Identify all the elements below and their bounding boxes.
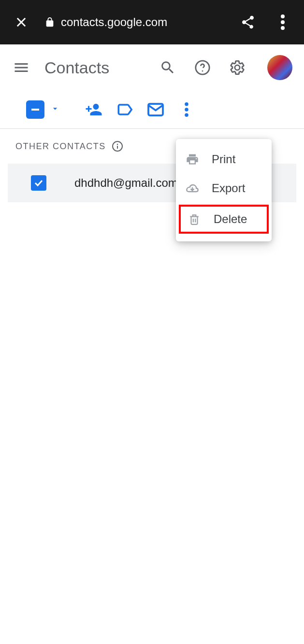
svg-point-2 — [281, 26, 285, 30]
menu-item-label: Delete — [214, 212, 247, 226]
menu-item-label: Print — [212, 153, 235, 166]
add-contact-button[interactable] — [85, 101, 102, 118]
share-icon — [240, 14, 256, 30]
avatar[interactable] — [267, 55, 292, 80]
more-vert-icon — [185, 102, 188, 117]
url-bar[interactable]: contacts.google.com — [44, 15, 240, 29]
app-header: Contacts — [0, 44, 304, 91]
url-text: contacts.google.com — [61, 15, 167, 29]
minus-icon — [31, 109, 39, 111]
header-actions — [159, 55, 292, 80]
svg-rect-8 — [117, 146, 118, 149]
email-button[interactable] — [147, 101, 164, 118]
svg-point-0 — [281, 14, 285, 18]
select-dropdown-button[interactable] — [50, 104, 60, 115]
gear-icon — [229, 59, 246, 76]
label-button[interactable] — [116, 101, 133, 118]
export-icon — [186, 182, 199, 195]
check-icon — [33, 177, 44, 189]
print-icon — [186, 153, 199, 166]
svg-point-3 — [185, 102, 188, 106]
svg-point-5 — [185, 113, 188, 117]
person-add-icon — [85, 101, 102, 118]
select-all-button[interactable] — [26, 100, 44, 119]
delete-icon — [188, 212, 201, 226]
menu-item-print[interactable]: Print — [176, 145, 272, 174]
menu-button[interactable] — [12, 58, 31, 77]
help-button[interactable] — [194, 59, 211, 76]
menu-item-delete[interactable]: Delete — [179, 205, 269, 234]
contact-email: dhdhdh@gmail.com — [74, 176, 178, 190]
settings-button[interactable] — [229, 59, 246, 76]
hamburger-icon — [13, 59, 30, 76]
help-icon — [194, 59, 211, 76]
browser-more-button[interactable] — [275, 14, 290, 30]
svg-point-4 — [185, 108, 188, 112]
browser-actions — [240, 14, 290, 30]
search-icon — [159, 59, 176, 76]
contact-checkbox[interactable] — [31, 175, 46, 191]
svg-point-7 — [116, 144, 118, 145]
more-vert-icon — [281, 14, 285, 30]
search-button[interactable] — [159, 59, 176, 76]
page-title: Contacts — [44, 58, 159, 77]
close-icon — [14, 15, 28, 29]
svg-point-1 — [281, 20, 285, 24]
chevron-down-icon — [50, 104, 60, 113]
close-button[interactable] — [14, 14, 29, 30]
section-title: OTHER CONTACTS — [15, 141, 106, 152]
browser-bar: contacts.google.com — [0, 0, 304, 44]
label-icon — [116, 101, 133, 118]
info-icon[interactable] — [112, 140, 123, 152]
menu-item-export[interactable]: Export — [176, 174, 272, 203]
dropdown-menu: Print Export Delete — [176, 139, 272, 241]
menu-item-label: Export — [212, 182, 245, 195]
share-button[interactable] — [240, 14, 256, 30]
email-icon — [147, 101, 164, 118]
more-options-button[interactable] — [178, 101, 195, 118]
toolbar — [0, 91, 304, 129]
lock-icon — [44, 17, 55, 28]
